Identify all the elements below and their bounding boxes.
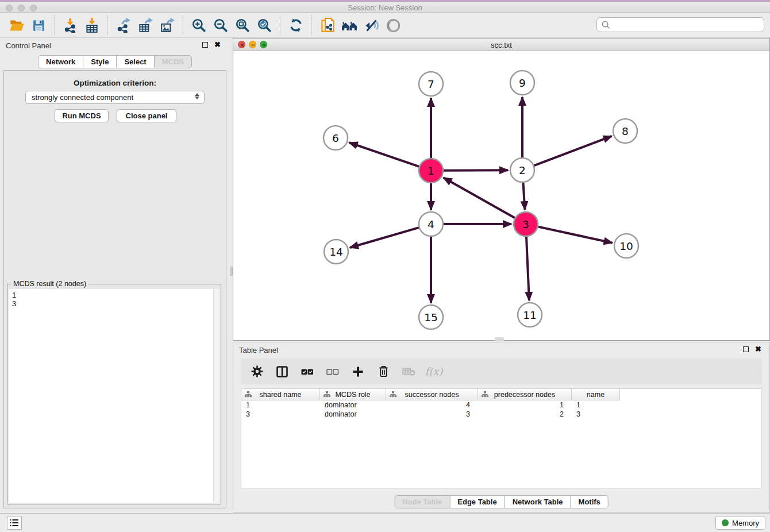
table-cell: 4 <box>386 400 478 410</box>
zoom-in-icon[interactable] <box>188 15 210 36</box>
column-header-shared-name[interactable]: shared name <box>241 389 320 400</box>
float-panel-icon[interactable] <box>202 42 208 48</box>
graph-node-4[interactable]: 4 <box>419 212 443 236</box>
mcds-result-title: MCDS result (2 nodes) <box>11 280 88 288</box>
memory-button[interactable]: Memory <box>715 516 765 530</box>
graph-node-7[interactable]: 7 <box>419 72 443 96</box>
export-network-icon[interactable] <box>113 15 134 36</box>
tab-edge-table[interactable]: Edge Table <box>449 495 505 508</box>
run-mcds-button[interactable]: Run MCDS <box>55 109 109 122</box>
list-icon <box>10 519 19 527</box>
graph-edge-3-11[interactable] <box>526 237 529 300</box>
graph-node-8[interactable]: 8 <box>613 119 637 143</box>
zoom-fit-icon[interactable] <box>232 15 253 36</box>
graph-node-14[interactable]: 14 <box>324 240 348 264</box>
graph-node-9[interactable]: 9 <box>510 71 534 95</box>
tab-network[interactable]: Network <box>38 55 83 68</box>
graph-node-10[interactable]: 10 <box>614 234 638 258</box>
toolbar-separator <box>280 16 280 35</box>
open-session-icon[interactable] <box>6 15 28 36</box>
graph-node-15[interactable]: 15 <box>419 305 443 329</box>
graph-edge-1-2[interactable] <box>444 170 508 171</box>
memory-status-icon <box>722 519 729 526</box>
hide-selected-icon[interactable] <box>360 15 382 36</box>
graph-edge-2-8[interactable] <box>534 136 612 165</box>
create-column-icon[interactable] <box>351 365 365 379</box>
svg-text:3: 3 <box>522 218 529 230</box>
app-titlebar: Session: New Session <box>0 0 770 13</box>
deselect-all-columns-icon[interactable] <box>326 365 340 379</box>
column-header-label: name <box>587 391 605 399</box>
zoom-selected-icon[interactable] <box>253 15 275 36</box>
graph-edge-3-1[interactable] <box>444 178 515 218</box>
graph-node-6[interactable]: 6 <box>324 126 348 150</box>
import-table-icon[interactable] <box>81 15 103 36</box>
graph-node-11[interactable]: 11 <box>518 303 542 327</box>
graph-node-3[interactable]: 3 <box>514 212 538 236</box>
mcds-result-text[interactable]: 1 3 <box>9 289 220 503</box>
table-cell: 1 <box>478 400 572 410</box>
show-columns-icon[interactable] <box>275 365 289 379</box>
column-type-icon <box>482 391 488 398</box>
zoom-out-icon[interactable] <box>210 15 232 36</box>
optimization-criterion-select[interactable]: strongly connected component <box>25 91 205 104</box>
table-settings-gear-icon[interactable] <box>250 365 264 379</box>
table-cell: 1 <box>572 400 620 410</box>
svg-text:4: 4 <box>428 218 434 230</box>
graph-node-2[interactable]: 2 <box>510 158 534 182</box>
status-bar: Memory <box>0 513 770 532</box>
float-table-panel-icon[interactable] <box>743 346 749 352</box>
tab-style[interactable]: Style <box>83 55 117 68</box>
export-image-icon[interactable] <box>156 15 178 36</box>
close-panel-button[interactable]: Close panel <box>117 109 176 122</box>
task-history-button[interactable] <box>7 516 22 530</box>
table-cell: 3 <box>386 410 478 419</box>
refresh-view-icon[interactable] <box>285 15 307 36</box>
save-session-icon[interactable] <box>28 15 49 36</box>
control-panel-title: Control Panel <box>6 41 51 50</box>
tab-node-table[interactable]: Node Table <box>394 495 450 508</box>
column-type-icon <box>390 391 396 398</box>
toolbar-separator <box>54 16 55 35</box>
column-header-label: shared name <box>260 391 302 399</box>
export-table-icon[interactable] <box>134 15 156 36</box>
table-cell: dominator <box>320 400 386 410</box>
select-arrows-icon <box>195 93 199 99</box>
svg-text:15: 15 <box>424 311 438 323</box>
tab-select[interactable]: Select <box>116 55 154 68</box>
column-header-predecessor-nodes[interactable]: predecessor nodes <box>478 389 572 400</box>
select-all-columns-icon[interactable] <box>301 365 314 379</box>
function-builder-icon: f(x) <box>427 365 441 379</box>
network-canvas[interactable]: 7968124314101511 <box>233 51 769 340</box>
graph-node-1[interactable]: 1 <box>419 159 443 183</box>
table-row[interactable]: 1dominator411 <box>241 400 761 410</box>
graph-edge-3-10[interactable] <box>538 227 612 243</box>
tab-motifs[interactable]: Motifs <box>571 495 609 508</box>
new-network-from-selection-icon[interactable] <box>317 15 338 36</box>
mcds-result-group: MCDS result (2 nodes) 1 3 <box>7 284 221 504</box>
column-header-successor-nodes[interactable]: successor nodes <box>386 389 478 400</box>
tab-mcds[interactable]: MCDS <box>154 55 192 68</box>
toolbar-separator <box>183 16 183 35</box>
close-panel-icon[interactable]: ✖ <box>214 40 221 49</box>
tab-network-table[interactable]: Network Table <box>505 495 571 508</box>
column-header-name[interactable]: name <box>572 389 620 400</box>
network-window-titlebar[interactable]: scc.txt <box>233 38 769 51</box>
horizontal-splitter-grip[interactable] <box>495 337 504 341</box>
import-network-icon[interactable] <box>59 15 81 36</box>
first-neighbors-icon[interactable] <box>338 15 360 36</box>
svg-text:8: 8 <box>622 125 629 137</box>
toolbar-separator <box>107 16 108 35</box>
table-row[interactable]: 3dominator323 <box>241 410 761 419</box>
search-input[interactable] <box>614 21 759 29</box>
graph-edge-1-6[interactable] <box>349 142 419 167</box>
svg-text:7: 7 <box>428 78 434 90</box>
column-header-mcds-role[interactable]: MCDS role <box>320 389 386 400</box>
close-table-panel-icon[interactable]: ✖ <box>755 345 761 353</box>
delete-column-trash-icon[interactable] <box>376 365 390 379</box>
graph-edge-4-14[interactable] <box>350 228 419 248</box>
graph-edge-2-3[interactable] <box>523 183 525 210</box>
result-scrollbar[interactable] <box>213 289 220 503</box>
show-all-icon[interactable] <box>382 15 404 36</box>
search-icon <box>602 21 610 29</box>
